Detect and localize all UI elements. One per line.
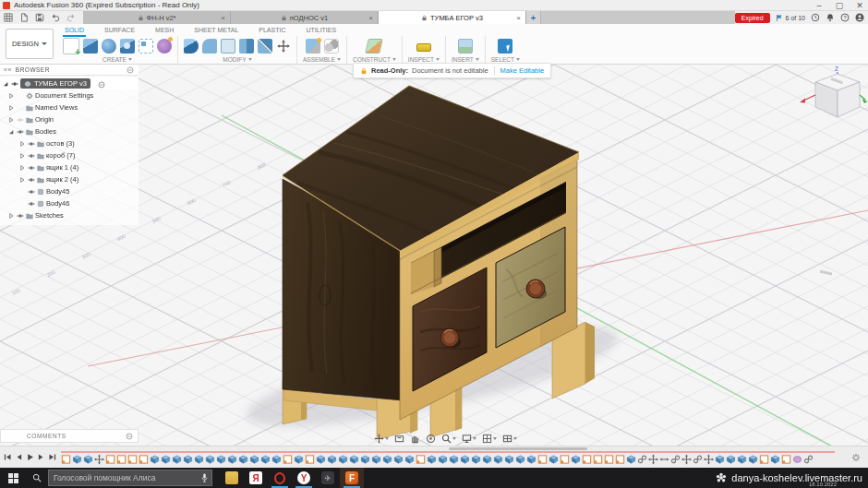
timeline-feature-fm[interactable]: [792, 454, 802, 465]
go-to-start-icon[interactable]: [4, 453, 12, 461]
timeline-feature-sk[interactable]: [416, 454, 426, 465]
timeline-feature-jt[interactable]: [693, 454, 703, 465]
expand-icon[interactable]: [7, 212, 15, 220]
browser-item[interactable]: Origin: [0, 113, 139, 125]
timeline-feature-ex[interactable]: [471, 454, 481, 465]
tab-close-icon[interactable]: ×: [516, 14, 521, 22]
step-back-icon[interactable]: [15, 453, 23, 461]
timeline-feature-ex[interactable]: [360, 454, 370, 465]
taskbar-app-yandex-browser[interactable]: Y: [292, 468, 316, 488]
timeline-position-marker[interactable]: [61, 451, 835, 453]
collapse-panel-icon[interactable]: ««: [4, 66, 12, 73]
timeline-feature-ex[interactable]: [404, 454, 415, 465]
timeline-feature-ex[interactable]: [493, 454, 503, 465]
save-icon[interactable]: [35, 13, 44, 22]
measure-icon[interactable]: [416, 43, 431, 52]
timeline-feature-mv[interactable]: [704, 454, 714, 465]
expand-icon[interactable]: [18, 140, 26, 148]
browser-item[interactable]: ящик 2 (4): [0, 173, 139, 185]
step-forward-icon[interactable]: [37, 453, 45, 461]
timeline-feature-ex[interactable]: [327, 454, 337, 465]
expand-icon[interactable]: [18, 164, 26, 172]
move-copy-icon[interactable]: [276, 39, 291, 54]
job-status[interactable]: 6 of 10: [776, 14, 805, 22]
timeline-feature-ex[interactable]: [482, 454, 492, 465]
combine-icon[interactable]: [239, 39, 254, 54]
new-component-icon[interactable]: [306, 39, 320, 54]
workspace-selector[interactable]: DESIGN: [6, 29, 54, 59]
timeline-feature-ex[interactable]: [770, 454, 780, 465]
timeline-feature-sk[interactable]: [759, 454, 769, 465]
comments-options-icon[interactable]: [126, 433, 133, 440]
visibility-eye-icon[interactable]: [28, 152, 35, 160]
taskbar-search-icon[interactable]: [26, 468, 48, 488]
timeline-feature-ex[interactable]: [294, 454, 304, 465]
display-settings-tool[interactable]: [462, 434, 476, 444]
select-group-label[interactable]: SELECT: [491, 56, 520, 63]
construct-group-label[interactable]: CONSTRUCT: [353, 56, 396, 63]
play-icon[interactable]: [26, 453, 34, 461]
alice-search-box[interactable]: [48, 470, 212, 486]
create-form-icon[interactable]: [157, 39, 172, 54]
press-pull-icon[interactable]: [184, 39, 199, 54]
browser-header[interactable]: «« BROWSER: [0, 65, 139, 76]
timeline-feature-ex[interactable]: [205, 454, 215, 465]
timeline-feature-ex[interactable]: [150, 454, 160, 465]
timeline-feature-sk[interactable]: [116, 454, 127, 465]
timeline-feature-ex[interactable]: [172, 454, 182, 465]
split-body-icon[interactable]: [258, 39, 272, 54]
timeline-feature-ex[interactable]: [260, 454, 271, 465]
timeline-feature-ex[interactable]: [438, 454, 448, 465]
browser-item[interactable]: Body45: [0, 185, 139, 197]
timeline-scrollbar[interactable]: [449, 447, 587, 450]
insert-group-label[interactable]: INSERT: [452, 56, 479, 63]
tab-close-icon[interactable]: ×: [221, 14, 225, 22]
timeline-feature-ex[interactable]: [161, 454, 171, 465]
revolve-icon[interactable]: [102, 39, 116, 54]
extrude-icon[interactable]: [83, 39, 98, 54]
visibility-eye-icon[interactable]: [17, 116, 24, 124]
start-button[interactable]: [0, 468, 26, 488]
visibility-eye-icon[interactable]: [28, 140, 35, 148]
timeline-feature-sk[interactable]: [537, 454, 548, 465]
timeline-feature-sk[interactable]: [61, 454, 71, 465]
expired-badge[interactable]: Expired: [735, 13, 770, 23]
undo-icon[interactable]: [51, 13, 60, 22]
browser-item[interactable]: Bodies: [0, 125, 139, 137]
timeline-feature-sk[interactable]: [105, 454, 115, 465]
timeline-feature-ex[interactable]: [460, 454, 470, 465]
timeline-feature-ex[interactable]: [371, 454, 381, 465]
timeline-feature-jt[interactable]: [670, 454, 681, 465]
timeline-feature-ex[interactable]: [571, 454, 581, 465]
visibility-eye-icon[interactable]: [28, 176, 35, 184]
timeline-feature-ex[interactable]: [316, 454, 326, 465]
browser-item[interactable]: остов (3): [0, 137, 139, 149]
timeline-feature-ex[interactable]: [249, 454, 259, 465]
display-state-icon[interactable]: [98, 81, 105, 89]
browser-item[interactable]: Named Views: [0, 101, 139, 113]
timeline-feature-ex[interactable]: [227, 454, 237, 465]
taskbar-app-telegram[interactable]: ✈: [316, 468, 340, 488]
pattern-icon[interactable]: [139, 39, 153, 54]
create-sketch-icon[interactable]: [63, 38, 79, 54]
orbit-hand-tool[interactable]: [410, 434, 420, 444]
expand-icon[interactable]: [2, 80, 9, 88]
assemble-group-label[interactable]: ASSEMBLE: [303, 56, 341, 63]
timeline-feature-ex[interactable]: [382, 454, 392, 465]
timeline-feature-sk[interactable]: [604, 454, 614, 465]
browser-item[interactable]: Body46: [0, 197, 139, 209]
model-viewport[interactable]: 100200300400500600700800: [0, 65, 868, 446]
timeline-feature-ex[interactable]: [715, 454, 725, 465]
look-at-tool[interactable]: [394, 434, 404, 444]
zoom-tool[interactable]: [441, 434, 456, 444]
timeline-feature-ex[interactable]: [549, 454, 559, 465]
timeline-feature-sk[interactable]: [139, 454, 149, 465]
hole-icon[interactable]: [120, 39, 135, 54]
timeline-feature-ex[interactable]: [626, 454, 636, 465]
timeline-feature-ex[interactable]: [194, 454, 204, 465]
document-tab[interactable]: ТУМБА ЕГОР v3×: [379, 11, 526, 24]
timeline-feature-mv[interactable]: [681, 454, 692, 465]
expand-icon[interactable]: [7, 104, 15, 112]
expand-icon[interactable]: [18, 152, 26, 160]
timeline-feature-sk[interactable]: [593, 454, 603, 465]
